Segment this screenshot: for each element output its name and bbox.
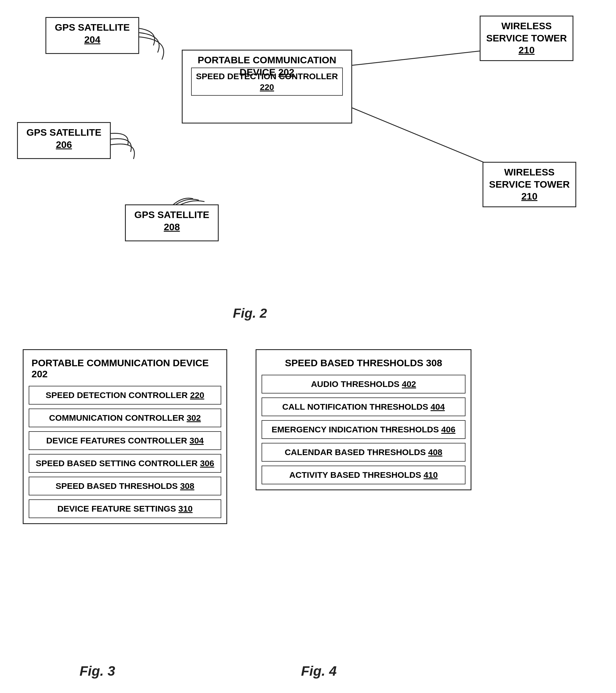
fig4-list-item: AUDIO THRESHOLDS 402 [262, 375, 465, 394]
sdc220-line1: SPEED DETECTION CONTROLLER [196, 72, 338, 81]
fig3-title: PORTABLE COMMUNICATION DEVICE 202 [29, 355, 221, 382]
fig4-list-item: CALENDAR BASED THRESHOLDS 408 [262, 443, 465, 462]
fig4-title-text: SPEED BASED THRESHOLDS [285, 357, 423, 368]
speed-detection-controller-220: SPEED DETECTION CONTROLLER 220 [191, 67, 343, 96]
fig4-caption: Fig. 4 [301, 663, 336, 679]
fig3-title-text: PORTABLE COMMUNICATION DEVICE [32, 357, 209, 368]
fig3-list-item: DEVICE FEATURES CONTROLLER 304 [29, 431, 221, 450]
wireless-service-tower-210a: WIRELESS SERVICE TOWER 210 [480, 16, 573, 61]
fig4-title-num: 308 [426, 357, 442, 368]
fig4-list-item: CALL NOTIFICATION THRESHOLDS 404 [262, 397, 465, 416]
fig4-title: SPEED BASED THRESHOLDS 308 [262, 355, 465, 371]
wst210a-line2: SERVICE TOWER [486, 33, 567, 43]
gps204-num: 204 [84, 34, 100, 45]
fig3-list-item: SPEED DETECTION CONTROLLER 220 [29, 386, 221, 404]
fig3-title-num: 202 [32, 369, 48, 379]
fig2-diagram: GPS SATELLITE 204 GPS SATELLITE 206 GPS … [0, 0, 616, 329]
gps206-num: 206 [56, 139, 72, 150]
fig3-list-item: COMMUNICATION CONTROLLER 302 [29, 409, 221, 427]
fig3-caption: Fig. 3 [79, 663, 115, 679]
wst210b-num: 210 [521, 191, 538, 202]
fig34-area: PORTABLE COMMUNICATION DEVICE 202 SPEED … [0, 341, 616, 693]
fig2-caption: Fig. 2 [233, 305, 267, 321]
gps-satellite-208: GPS SATELLITE 208 [125, 204, 219, 241]
fig3-list-item: DEVICE FEATURE SETTINGS 310 [29, 499, 221, 518]
wireless-service-tower-210b: WIRELESS SERVICE TOWER 210 [482, 162, 576, 207]
wst210b-line2: SERVICE TOWER [489, 179, 570, 190]
sdc220-num: 220 [260, 82, 274, 92]
gps-satellite-206: GPS SATELLITE 206 [17, 122, 111, 159]
fig4-container: SPEED BASED THRESHOLDS 308 AUDIO THRESHO… [256, 349, 471, 490]
portable-communication-device-202: PORTABLE COMMUNICATION DEVICE 202 SPEED … [182, 50, 352, 123]
fig3-rows: SPEED DETECTION CONTROLLER 220COMMUNICAT… [29, 386, 221, 518]
wst210a-line1: WIRELESS [501, 20, 552, 31]
fig4-list-item: ACTIVITY BASED THRESHOLDS 410 [262, 466, 465, 484]
gps208-num: 208 [164, 221, 180, 232]
wst210a-num: 210 [519, 44, 535, 55]
gps208-label: GPS SATELLITE [134, 209, 209, 220]
fig3-container: PORTABLE COMMUNICATION DEVICE 202 SPEED … [23, 349, 227, 524]
fig3-list-item: SPEED BASED THRESHOLDS 308 [29, 477, 221, 495]
fig4-rows: AUDIO THRESHOLDS 402CALL NOTIFICATION TH… [262, 375, 465, 484]
fig3-list-item: SPEED BASED SETTING CONTROLLER 306 [29, 454, 221, 473]
gps-satellite-204: GPS SATELLITE 204 [45, 17, 139, 54]
wst210b-line1: WIRELESS [504, 167, 555, 177]
fig4-list-item: EMERGENCY INDICATION THRESHOLDS 406 [262, 420, 465, 439]
gps206-label: GPS SATELLITE [26, 127, 101, 138]
gps204-label: GPS SATELLITE [55, 22, 130, 33]
